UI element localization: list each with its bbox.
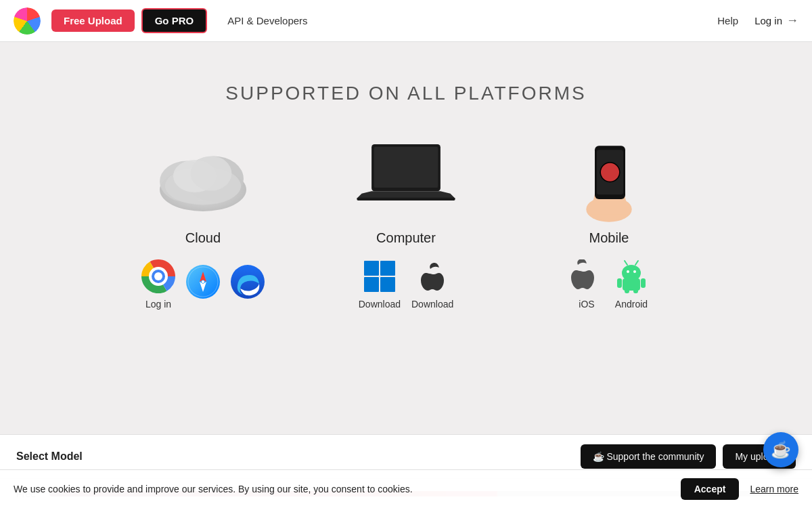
svg-line-39 xyxy=(635,261,638,265)
safari-icon xyxy=(186,265,220,299)
platform-cloud: Cloud Log in xyxy=(135,138,271,310)
svg-point-27 xyxy=(601,163,619,182)
svg-line-38 xyxy=(625,261,627,265)
edge-icon xyxy=(231,265,265,299)
svg-rect-34 xyxy=(617,278,622,288)
coffee-button[interactable]: ☕ xyxy=(763,432,798,467)
cloud-platform-name: Cloud xyxy=(185,230,221,246)
svg-rect-18 xyxy=(357,198,455,200)
android-icon xyxy=(614,259,648,293)
logo[interactable] xyxy=(14,7,41,35)
svg-point-31 xyxy=(627,270,629,273)
laptop-icon xyxy=(352,135,460,223)
svg-rect-19 xyxy=(364,261,379,276)
svg-point-32 xyxy=(633,270,636,273)
login-arrow-icon: → xyxy=(786,14,798,28)
navbar: Free Upload Go PRO API & Developers Help… xyxy=(0,0,812,42)
windows-label: Download xyxy=(359,299,401,310)
cloud-image xyxy=(149,138,257,219)
section-title: SUPPORTED ON ALL PLATFORMS xyxy=(225,83,586,104)
apple-label: Download xyxy=(411,299,453,310)
svg-point-14 xyxy=(202,280,204,283)
chrome-label: Log in xyxy=(145,299,171,310)
accept-button[interactable]: Accept xyxy=(681,478,740,500)
svg-rect-22 xyxy=(380,277,395,292)
svg-point-5 xyxy=(191,156,232,190)
computer-icons: Download Download xyxy=(359,259,454,310)
coffee-icon: ☕ xyxy=(771,440,791,459)
svg-rect-17 xyxy=(374,147,438,188)
cookie-banner: We use cookies to provide and improve ou… xyxy=(0,469,812,508)
svg-rect-37 xyxy=(633,289,638,293)
android-label: Android xyxy=(615,299,648,310)
navbar-right: Help Log in → xyxy=(717,14,798,28)
select-model-label: Select Model xyxy=(16,450,83,463)
svg-rect-36 xyxy=(625,289,629,293)
mobile-image xyxy=(555,138,663,219)
main-content: SUPPORTED ON ALL PLATFORMS xyxy=(0,42,812,330)
login-label: Log in xyxy=(754,15,782,26)
svg-rect-20 xyxy=(380,261,395,276)
platform-mobile: Mobile iOS xyxy=(541,138,677,310)
cookie-actions: Accept Learn more xyxy=(681,478,798,500)
cloud-icons: Log in xyxy=(141,259,265,310)
svg-rect-33 xyxy=(623,278,640,291)
chrome-icon xyxy=(141,259,175,293)
apple-icon xyxy=(415,259,449,293)
free-upload-button[interactable]: Free Upload xyxy=(51,9,135,32)
svg-rect-21 xyxy=(364,277,379,292)
windows-icon-item[interactable]: Download xyxy=(359,259,401,310)
android-icon-item[interactable]: Android xyxy=(614,259,648,310)
windows-icon xyxy=(363,259,397,293)
platforms-row: Cloud Log in xyxy=(68,138,744,310)
help-link[interactable]: Help xyxy=(717,15,738,26)
svg-rect-35 xyxy=(641,278,646,288)
edge-icon-item[interactable] xyxy=(231,265,265,304)
apple-icon-item[interactable]: Download xyxy=(411,259,453,310)
go-pro-button[interactable]: Go PRO xyxy=(141,8,208,33)
computer-image xyxy=(352,138,460,219)
learn-more-button[interactable]: Learn more xyxy=(750,484,798,494)
mobile-platform-name: Mobile xyxy=(589,230,629,246)
svg-point-9 xyxy=(154,272,162,280)
computer-platform-name: Computer xyxy=(376,230,436,246)
api-developers-link[interactable]: API & Developers xyxy=(227,15,307,26)
mobile-icons: iOS xyxy=(570,259,648,310)
ios-label: iOS xyxy=(579,299,594,310)
login-link[interactable]: Log in → xyxy=(754,14,798,28)
safari-icon-item[interactable] xyxy=(186,265,220,304)
cloud-icon xyxy=(149,138,257,219)
cookie-message: We use cookies to provide and improve ou… xyxy=(14,484,413,494)
mobile-icon xyxy=(568,135,650,223)
platform-computer: Computer Download xyxy=(338,138,474,310)
ios-icon xyxy=(570,259,604,293)
chrome-icon-item[interactable]: Log in xyxy=(141,259,175,310)
ios-icon-item[interactable]: iOS xyxy=(570,259,604,310)
support-community-button[interactable]: ☕ Support the community xyxy=(581,444,717,469)
